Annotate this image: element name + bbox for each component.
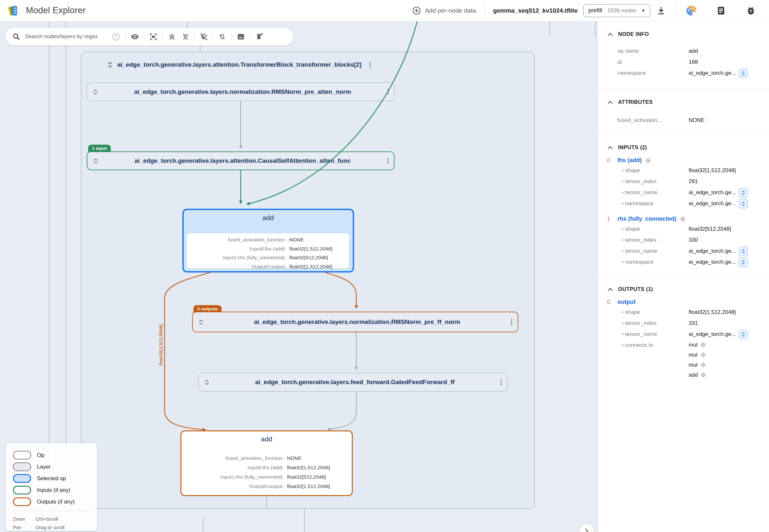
export-image-button[interactable] [234,30,248,43]
graph-selector-dropdown[interactable]: prefill 1039 nodes ▼ [584,4,650,17]
layer-title: ai_edge_torch.generative.layers.normaliz… [102,88,383,95]
attr-value: float32[1,512,2048] [289,244,346,253]
input-row: tensor_name ai_edge_torch.ge... [598,187,769,198]
top-bar: Model Explorer Add per-node data gemma_s… [0,0,769,21]
inputs-section-header[interactable]: INPUTS (2) [598,144,769,150]
expand-all-layers-button[interactable] [165,30,178,43]
expand-layer-icon[interactable] [205,379,209,386]
divider [250,32,250,41]
download-icon [656,6,666,16]
model-explorer-logo-icon [7,4,21,18]
section-title: OUTPUTS (1) [618,286,653,292]
expand-text-button[interactable] [739,247,748,256]
op-node-add-output[interactable]: add fused_activation_function:NONE Input… [180,430,353,496]
section-title: INPUTS (2) [618,144,647,150]
locate-node-icon[interactable] [680,216,686,222]
app-logo-area: Model Explorer [7,4,85,18]
attr-value: NONE [287,453,345,463]
flatten-layers-button[interactable] [197,30,211,43]
graph-toolbar: ? [5,28,294,45]
expand-text-button[interactable] [739,188,748,197]
expand-text-button[interactable] [739,199,748,208]
report-bug-button[interactable] [744,4,757,17]
kebab-menu-icon[interactable] [387,158,389,164]
kebab-menu-icon[interactable] [369,62,371,68]
info-row: id168 [598,57,769,68]
node-info-section-header[interactable]: NODE INFO [598,31,769,37]
output-count-badge: 3 outputs [194,305,222,312]
legend-item-layer: Layer [13,462,97,471]
kebab-menu-icon[interactable] [511,319,512,325]
toggle-visibility-button[interactable] [128,30,141,43]
layer-node-rmsnorm-pre-ff[interactable]: ai_edge_torch.generative.layers.normaliz… [192,312,518,332]
layer-transformer-block-header[interactable]: ai_edge_torch.generative.layers.attentio… [107,61,371,68]
model-file-name: gemma_seq512_kv1024.tflite [493,7,578,14]
graph-canvas[interactable]: ai_edge_torch.generative.layers.attentio… [0,21,598,532]
section-outputs: OUTPUTS (1) 0 output shapefloat32[1,512,… [598,276,769,388]
locate-node-icon[interactable] [700,352,706,358]
collapse-layer-icon[interactable] [107,61,113,68]
add-bookmark-button[interactable] [252,30,266,43]
connects-to-item: add [689,370,769,380]
edge-tensor-label: float32[1,512,2048] [158,317,164,372]
fit-to-screen-button[interactable] [146,30,160,43]
layer-swatch [13,462,31,471]
output-connects-row: connects to mul mul mul add [598,340,769,380]
selected-op-swatch [13,474,31,483]
trace-inputs-outputs-button[interactable] [216,30,229,43]
layer-node-gated-feed-forward[interactable]: ai_edge_torch.generative.layers.feed_for… [198,373,507,392]
section-title: ATTRIBUTES [618,99,653,105]
search-input[interactable] [25,33,112,40]
docs-button[interactable] [715,4,728,17]
input-index: 0 [607,157,618,164]
op-node-add-selected[interactable]: add fused_activation_function:NONE Input… [182,209,354,272]
zoom-hint-label: Zoom [13,515,36,523]
collapse-all-layers-button[interactable] [178,30,192,43]
op-attrs: fused_activation_function:NONE Input0:lh… [187,233,349,268]
flatten-layers-icon [200,32,208,41]
connects-to-item: mul [689,340,769,350]
locate-node-icon[interactable] [645,157,652,164]
legend-item-inputs: Inputs (if any) [13,486,97,494]
locate-node-icon[interactable] [700,342,706,348]
search-icon [12,33,20,41]
expand-text-button[interactable] [739,330,748,339]
legend-label: Op [37,452,44,459]
layer-node-rmsnorm-pre-atten[interactable]: ai_edge_torch.generative.layers.normaliz… [87,83,395,101]
layer-title: ai_edge_torch.generative.layers.normaliz… [208,318,506,326]
search-help-icon[interactable]: ? [112,32,120,41]
divider [484,5,485,17]
expand-text-button[interactable] [739,69,748,78]
zoom-hint: Zoom Ctrl+Scroll [13,515,97,523]
layer-node-causal-self-attention[interactable]: ai_edge_torch.generative.layers.attentio… [87,151,395,170]
chevron-up-icon [608,146,613,149]
layer-title: ai_edge_torch.generative.layers.feed_for… [214,379,496,386]
vertical-arrows-icon [218,32,227,41]
op-swatch [13,451,31,460]
info-row: namespace ai_edge_torch.ge... [598,68,769,79]
divider [144,32,144,41]
layer-title: ai_edge_torch.generative.layers.attentio… [117,61,362,68]
expand-layer-icon[interactable] [93,88,98,95]
graph-node-count: 1039 nodes [608,7,636,14]
download-button[interactable] [655,4,668,17]
expand-layer-icon[interactable] [93,158,98,164]
attributes-section-header[interactable]: ATTRIBUTES [598,99,769,105]
outputs-section-header[interactable]: OUTPUTS (1) [598,286,769,292]
locate-node-icon[interactable] [700,362,706,368]
connects-to-item: mul [689,350,769,360]
locate-node-icon[interactable] [700,372,707,378]
chevron-up-icon [608,288,613,291]
legend-item-op: Op [13,451,97,460]
collapse-all-icon [181,33,189,41]
theme-palette-button[interactable] [685,4,698,17]
panel-expand-button[interactable] [579,524,594,532]
input-item-header: 1 rhs (fully_connected) [598,216,769,222]
output-name: output [618,299,636,305]
expand-layer-icon[interactable] [199,319,204,326]
expand-text-button[interactable] [739,258,748,267]
add-per-node-data-button[interactable]: Add per-node data [412,6,476,15]
attr-value: float32[512,2048] [287,472,345,482]
kebab-menu-icon[interactable] [500,379,502,385]
kebab-menu-icon[interactable] [387,89,389,95]
